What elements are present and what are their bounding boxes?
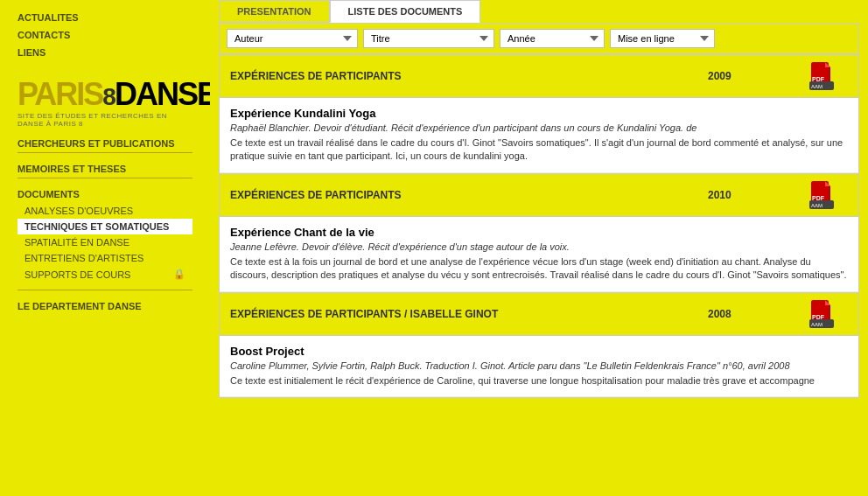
sidebar-section-chercheurs[interactable]: CHERCHEURS ET PUBLICATIONS: [18, 138, 192, 149]
logo-danse-text: DANSE: [115, 76, 216, 112]
pdf-icon-1: PDF AAM: [809, 62, 834, 90]
doc-desc-1: Ce texte est un travail réalisé dans le …: [230, 136, 848, 164]
section-title-2: EXPÉRIENCES DE PARTICIPANTS: [230, 189, 708, 201]
svg-text:AAM: AAM: [811, 322, 822, 327]
svg-text:AAM: AAM: [811, 203, 822, 208]
section-year-3: 2008: [708, 308, 795, 320]
section-year-1: 2009: [708, 70, 795, 82]
logo-8-text: 8: [102, 83, 115, 110]
tabs-bar: PRESENTATION LISTE DES DOCUMENTS: [219, 0, 859, 23]
section-header-1: EXPÉRIENCES DE PARTICIPANTS 2009 PDF AAM: [220, 54, 858, 98]
nav-actualites[interactable]: ACTUALITES: [18, 9, 192, 26]
svg-text:PDF: PDF: [812, 195, 825, 201]
filter-titre[interactable]: Titre: [363, 29, 494, 48]
doc-item-1: Expérience Kundalini Yoga Raphaël Blanch…: [220, 98, 858, 173]
sidebar-sub-techniques[interactable]: TECHNIQUES ET SOMATIQUES: [18, 219, 192, 234]
logo-subtitle: SITE DES ÉTUDES ET RECHERCHES EN DANSE À…: [18, 112, 192, 128]
sidebar-section-memoires[interactable]: MEMOIRES ET THESES: [18, 164, 192, 174]
section-year-2: 2010: [708, 189, 795, 201]
pdf-icon-2: PDF AAM: [809, 181, 834, 209]
sidebar-sub-spatialite[interactable]: SPATIALITÉ EN DANSE: [18, 234, 192, 250]
nav-liens[interactable]: LIENS: [18, 44, 192, 61]
section-title-3: EXPÉRIENCES DE PARTICIPANTS / ISABELLE G…: [230, 308, 708, 320]
content-area: Auteur Titre Année Mise en ligne EXPÉRIE…: [219, 23, 859, 398]
section-header-3: EXPÉRIENCES DE PARTICIPANTS / ISABELLE G…: [220, 292, 858, 336]
section-pdf-3[interactable]: PDF AAM: [795, 300, 848, 328]
svg-text:PDF: PDF: [812, 314, 825, 320]
section-pdf-2[interactable]: PDF AAM: [795, 181, 848, 209]
doc-item-2: Expérience Chant de la vie Jeanne Lefèvr…: [220, 217, 858, 292]
filter-mise-en-ligne[interactable]: Mise en ligne: [610, 29, 715, 48]
svg-text:PDF: PDF: [812, 76, 825, 82]
section-pdf-1[interactable]: PDF AAM: [795, 62, 848, 90]
doc-author-2: Jeanne Lefèvre. Devoir d'élève. Récit d'…: [230, 241, 848, 252]
filter-annee[interactable]: Année: [500, 29, 605, 48]
sidebar-sub-supports[interactable]: SUPPORTS DE COURS 🔒: [18, 266, 192, 283]
doc-title-2: Expérience Chant de la vie: [230, 226, 848, 239]
logo: PARIS8DANSE SITE DES ÉTUDES ET RECHERCHE…: [18, 79, 192, 128]
doc-title-3: Boost Project: [230, 345, 848, 358]
section-header-2: EXPÉRIENCES DE PARTICIPANTS 2010 PDF AAM: [220, 173, 858, 217]
sidebar-sub-analyses[interactable]: ANALYSES D'OEUVRES: [18, 203, 192, 219]
tab-presentation[interactable]: PRESENTATION: [219, 0, 330, 23]
tab-liste-documents[interactable]: LISTE DES DOCUMENTS: [330, 0, 481, 23]
nav-contacts[interactable]: CONTACTS: [18, 26, 192, 44]
doc-author-3: Caroline Plummer, Sylvie Fortin, Ralph B…: [230, 360, 848, 371]
pdf-icon-3: PDF AAM: [809, 300, 834, 328]
filter-bar: Auteur Titre Année Mise en ligne: [220, 24, 858, 54]
doc-desc-3: Ce texte est initialement le récit d'exp…: [230, 374, 848, 388]
section-title-1: EXPÉRIENCES DE PARTICIPANTS: [230, 70, 708, 82]
sidebar-sub-entretiens[interactable]: ENTRETIENS D'ARTISTES: [18, 250, 192, 266]
doc-title-1: Expérience Kundalini Yoga: [230, 107, 848, 120]
doc-author-1: Raphaël Blanchier. Devoir d'étudiant. Ré…: [230, 122, 848, 133]
sidebar-section-departement[interactable]: LE DEPARTEMENT DANSE: [18, 301, 192, 311]
filter-auteur[interactable]: Auteur: [227, 29, 358, 48]
lock-icon: 🔒: [173, 269, 186, 280]
doc-desc-2: Ce texte est à la fois un journal de bor…: [230, 255, 848, 283]
sidebar-section-documents[interactable]: DOCUMENTS: [18, 189, 192, 199]
logo-paris-text: PARIS: [18, 76, 102, 112]
doc-item-3: Boost Project Caroline Plummer, Sylvie F…: [220, 336, 858, 397]
svg-text:AAM: AAM: [811, 84, 822, 89]
